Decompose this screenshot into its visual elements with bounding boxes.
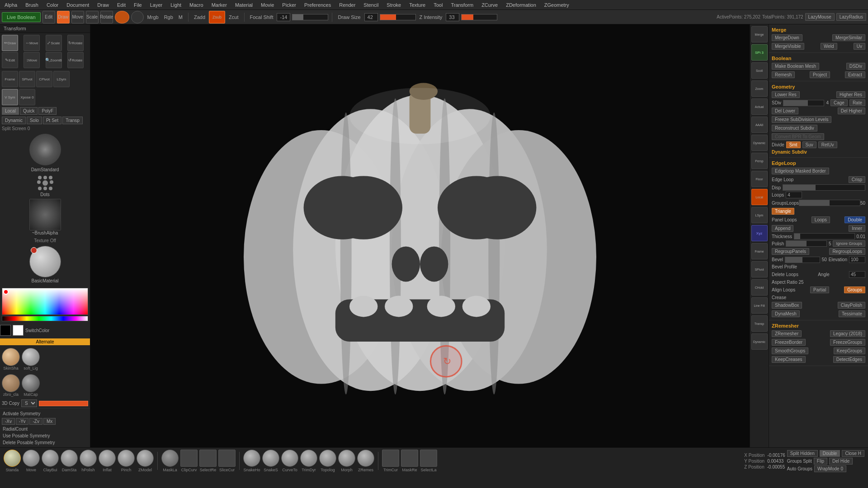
menu-render[interactable]: Render [337,1,357,9]
inner-btn[interactable]: Inner [849,225,865,232]
menu-picker[interactable]: Picker [280,1,298,9]
suv-btn[interactable]: Suv [802,141,816,148]
clay-sphere[interactable] [2,374,20,392]
menu-light[interactable]: Light [169,1,183,9]
del-higher-btn[interactable]: Del Higher [838,108,865,114]
freeze-subdiv-btn[interactable]: Freeze SubDivision Levels [772,116,831,123]
retuv-btn[interactable]: RetUv [818,141,837,148]
menu-stroke[interactable]: Stroke [385,1,403,9]
trimdyr-tool[interactable]: TrimDyr [300,450,317,472]
geometry-title[interactable]: Geometry [772,83,865,90]
r-icon-persp[interactable]: Persp [751,153,768,169]
dsdiv-btn[interactable]: DSDiv [846,63,865,70]
r-icon-lsym[interactable]: LSym [751,207,768,223]
r-icon-aaall[interactable]: AAAll [751,117,768,133]
regroup-panels-btn[interactable]: RegroupPanels [772,248,809,255]
merge-title[interactable]: Merge [772,26,865,33]
rotate-tool[interactable]: ↻Rotate [67,35,84,51]
delete-posable-sym[interactable]: Delete Posable Symmetry [2,439,88,446]
keep-creases-btn[interactable]: KeepCreases [772,356,806,363]
split-screen-label[interactable]: Split Screen 0 [0,125,90,132]
axis-mx[interactable]: Mx [43,418,56,425]
close-h-btn[interactable]: Close H [842,450,864,457]
menu-layer[interactable]: Layer [148,1,165,9]
project-btn[interactable]: Project [810,71,830,78]
claybui-tool[interactable]: ClayBui [42,450,59,472]
gpolish-slider[interactable] [799,200,860,206]
scale-tool[interactable]: ⤢Scale [46,35,62,51]
basic-material-sphere[interactable] [29,246,61,277]
ptset-btn[interactable]: Pt Set [43,117,61,124]
crisp-btn[interactable]: Crisp [849,176,865,183]
freeze-border-btn[interactable]: FreezeBorder [772,339,806,346]
rgb-label[interactable]: Rgb [162,14,175,20]
elevation-input[interactable]: 100 [849,256,865,263]
draw-button[interactable]: Draw [57,11,70,23]
split-hidden-btn[interactable]: Split Hidden [787,450,818,457]
edit-button[interactable]: Edit [42,11,55,23]
viewport[interactable]: ↻ [90,24,750,447]
texture-off-label[interactable]: Texture Off [0,237,90,244]
scale-button[interactable]: Scale [86,11,99,23]
rate-btn[interactable]: Rate [849,99,865,106]
menu-movie[interactable]: Movie [259,1,276,9]
r-icon-dynamic2[interactable]: Dynamic [751,333,768,350]
append-btn[interactable]: Append [772,225,793,232]
zsub-button[interactable]: Zsub [209,11,225,23]
copy-select[interactable]: S [21,399,37,407]
selectla-tool[interactable]: SelectLa [420,450,437,472]
double-btn[interactable]: Double [844,216,865,223]
copy-slider[interactable] [39,401,88,406]
selectre-tool[interactable]: SelectRe [199,450,217,472]
menu-macro[interactable]: Macro [188,1,205,9]
snakes-tool[interactable]: SnakeS [262,450,279,472]
r-icon-chold[interactable]: CHold [751,279,768,296]
sdiv-slider[interactable] [783,100,824,106]
clipcurv-tool[interactable]: ClipCurv [180,450,198,472]
menu-tool[interactable]: Tool [432,1,444,9]
move-tool[interactable]: ↔Move [24,35,40,51]
r-icon-merge[interactable]: Merge [751,26,768,42]
use-posable-sym[interactable]: Use Posable Symmetry [2,432,88,439]
menu-draw[interactable]: Draw [95,1,111,9]
uv-btn[interactable]: Uv [854,43,865,50]
draw-size-slider[interactable] [380,14,416,20]
black-swatch[interactable] [0,325,11,336]
zmodel-tool[interactable]: ZModel [137,450,154,472]
hpolish-tool[interactable]: hPolish [80,450,97,472]
z-intensity-slider[interactable] [461,14,497,20]
tessimate-btn[interactable]: Tessimate [839,310,865,317]
menu-edit[interactable]: Edit [115,1,127,9]
lower-res-btn[interactable]: Lower Res [772,91,800,98]
inflat-tool[interactable]: Inflat [99,450,116,472]
trimcur-tool[interactable]: TrimCur [382,450,399,472]
thickness-slider[interactable] [794,233,855,239]
loops-btn[interactable]: Loops [811,216,830,223]
menu-file[interactable]: File [132,1,144,9]
menu-transform[interactable]: Transform [449,1,475,9]
menu-texture[interactable]: Texture [407,1,427,9]
maskla-tool[interactable]: MaskLa [161,450,179,472]
rotate2-tool[interactable]: ↺Rotate [67,52,84,68]
brush-preview[interactable] [29,134,61,165]
menu-zdeformation[interactable]: ZDeformation [504,1,538,9]
smt-btn[interactable]: Smt [786,141,801,148]
radial-count[interactable]: RadialCount [2,426,88,432]
z-intensity-value[interactable]: 33 [446,13,459,21]
pinch-tool[interactable]: Pinch [118,450,135,472]
slicecur-tool[interactable]: SliceCur [218,450,236,472]
move2-tool[interactable]: ↕Move [24,52,40,68]
make-boolean-btn[interactable]: Make Boolean Mesh [772,63,819,70]
local-btn[interactable]: Local [2,107,19,115]
ldym-tool[interactable]: LDym [53,71,70,87]
menu-document[interactable]: Document [65,1,91,9]
polyf-btn[interactable]: PolyF [38,107,57,115]
brush-alpha-preview[interactable] [29,199,61,230]
loops-input[interactable]: 4 [786,192,802,198]
curveto-tool[interactable]: CurveTo [281,450,298,472]
r-icon-xyz[interactable]: Xyz [751,225,768,241]
regroup-loops-btn[interactable]: RegroupLoops [829,248,865,255]
dynamic-btn[interactable]: Dynamic [2,117,26,124]
color-gradient[interactable] [2,288,88,315]
cpivot-tool[interactable]: CPivot [36,71,52,87]
